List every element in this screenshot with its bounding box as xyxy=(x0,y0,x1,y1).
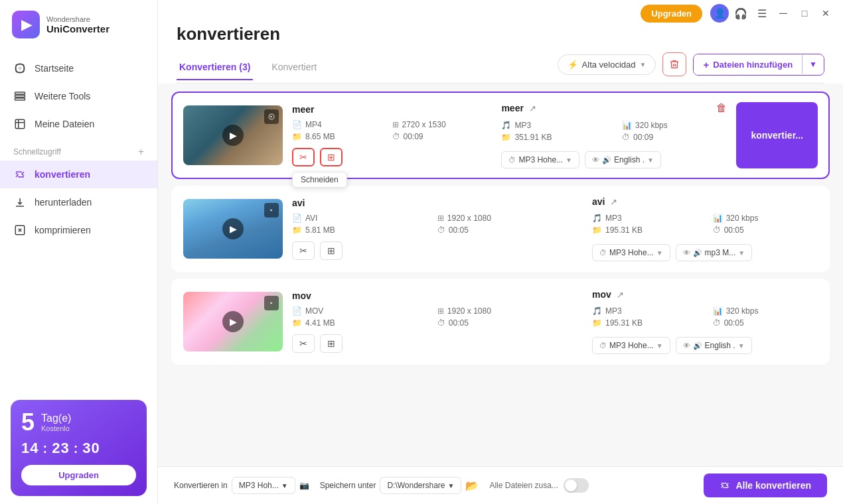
add-files-button-group: + Dateien hinzufügen ▼ xyxy=(693,54,824,76)
edit-icon-avi[interactable]: ↗ xyxy=(610,197,617,207)
all-convert-button[interactable]: Alle konvertieren xyxy=(704,473,827,497)
quality-dropdown-meer[interactable]: ⏱ MP3 Hohe... ▼ xyxy=(501,151,579,168)
sidebar-item-weitere-tools[interactable]: Weitere Tools xyxy=(0,82,157,110)
add-quick-access-button[interactable]: + xyxy=(138,146,144,158)
crop-button-avi[interactable]: ⊞ xyxy=(320,241,343,260)
out-size-mov: 195.31 KB xyxy=(605,318,643,328)
crop-button-meer[interactable]: ⊞ xyxy=(320,148,343,166)
out-duration-avi: 00:05 xyxy=(724,225,744,235)
edit-icon-meer[interactable]: ↗ xyxy=(529,103,536,113)
logo-brand: Wondershare xyxy=(46,15,110,23)
play-icon-mov[interactable]: ▶ xyxy=(222,311,244,332)
cut-button-mov[interactable]: ✂ xyxy=(292,334,315,353)
tools-icon xyxy=(13,90,27,103)
tab-konvertiert[interactable]: Konvertiert xyxy=(269,55,319,80)
sidebar-label-meine-dateien: Meine Dateien xyxy=(35,119,94,129)
folder-icon-meer: 📁 xyxy=(292,132,302,141)
play-icon-meer[interactable]: ▶ xyxy=(222,125,244,146)
format-avi: AVI xyxy=(305,214,317,223)
quality-chevron-icon-mov: ▼ xyxy=(656,342,663,349)
speed-button[interactable]: ⚡ Alta velocidad ▼ xyxy=(558,54,656,75)
upgrade-header-button[interactable]: Upgraden xyxy=(641,5,702,23)
quality-dropdown-avi[interactable]: ⏱ MP3 Hohe... ▼ xyxy=(592,244,670,261)
badge-meer xyxy=(264,109,279,124)
quality-chevron-icon: ▼ xyxy=(566,157,572,164)
svg-rect-5 xyxy=(15,119,25,129)
resolution-icon-mov: ⊞ xyxy=(437,306,444,316)
menu-icon[interactable]: ☰ xyxy=(753,4,771,23)
crop-button-mov[interactable]: ⊞ xyxy=(320,334,343,353)
save-in-item: Speichern unter D:\Wondershare ▼ 📂 xyxy=(320,477,479,494)
sidebar-item-herunterladen[interactable]: herunterladen xyxy=(0,188,157,216)
maximize-button[interactable]: □ xyxy=(795,4,814,23)
lang-dropdown-mov[interactable]: 👁 🔊 English . ▼ xyxy=(676,337,752,354)
out-bitrate-avi: 320 kbps xyxy=(726,214,759,223)
quality-label-meer: MP3 Hohe... xyxy=(518,155,563,164)
out-size-avi: 195.31 KB xyxy=(605,225,643,235)
add-files-main-button[interactable]: + Dateien hinzufügen xyxy=(694,54,802,75)
download-icon xyxy=(13,196,27,209)
play-icon-avi[interactable]: ▶ xyxy=(222,218,244,239)
bottom-bar: Konvertieren in MP3 Hoh... ▼ 📷 Speichern… xyxy=(158,466,843,504)
logo-icon: ▶ xyxy=(12,11,40,38)
cut-button-meer[interactable]: ✂ xyxy=(292,148,315,166)
output-meta-meer: 🎵 MP3 📊 320 kbps 📁 351.91 KB ⏱ 00:09 xyxy=(501,121,727,142)
cut-button-avi[interactable]: ✂ xyxy=(292,241,315,260)
file-actions-avi: ✂ ⊞ xyxy=(292,241,583,260)
format-select[interactable]: MP3 Hoh... ▼ xyxy=(232,477,295,494)
resolution-icon-avi: ⊞ xyxy=(437,214,444,223)
lang-dropdown-meer[interactable]: 👁 🔊 English . ▼ xyxy=(585,151,661,168)
support-icon[interactable]: 🎧 xyxy=(731,4,750,23)
file-name-mov: mov xyxy=(292,290,583,301)
main-area: konvertieren Konvertieren (3) Konvertier… xyxy=(158,0,843,504)
convert-button-meer[interactable]: konvertier... xyxy=(736,102,818,168)
out-format-mov: MP3 xyxy=(605,306,622,316)
file-list: ▶ meer 📄 MP4 ⊞ 2720 x 1530 xyxy=(158,84,843,466)
promo-upgrade-button[interactable]: Upgraden xyxy=(21,465,136,485)
folder-icon-mov: 📁 xyxy=(292,318,302,328)
user-icon[interactable]: 👤 xyxy=(710,4,729,23)
out-duration-mov: 00:05 xyxy=(724,318,744,328)
page-title: konvertieren xyxy=(177,24,824,44)
path-select[interactable]: D:\Wondershare ▼ xyxy=(380,477,461,494)
merge-toggle[interactable] xyxy=(564,478,589,493)
thumb-avi[interactable]: ▶ xyxy=(183,199,283,259)
sidebar-item-meine-dateien[interactable]: Meine Dateien xyxy=(0,110,157,138)
save-in-label: Speichern unter xyxy=(320,481,376,490)
resolution-mov: 1920 x 1080 xyxy=(447,306,491,316)
speed-label: Alta velocidad xyxy=(582,60,636,70)
edit-icon-mov[interactable]: ↗ xyxy=(617,290,624,300)
quality-dropdown-mov[interactable]: ⏱ MP3 Hohe... ▼ xyxy=(592,337,670,354)
file-actions-meer: ✂ ⊞ Schneiden xyxy=(292,148,492,166)
speed-chevron-icon: ▼ xyxy=(640,61,647,68)
file-card-mov: ▶ mov 📄 MOV ⊞ 1920 x 1080 xyxy=(171,279,830,365)
output-delete-icon-meer[interactable]: 🗑 xyxy=(716,102,727,114)
file-name-avi: avi xyxy=(292,198,583,208)
timer-minutes: 23 xyxy=(52,440,69,457)
minimize-button[interactable]: ─ xyxy=(774,4,793,23)
duration-avi: 00:05 xyxy=(449,225,469,235)
thumb-meer[interactable]: ▶ xyxy=(183,105,283,165)
timer-hours: 14 xyxy=(21,440,38,457)
format-select-chevron: ▼ xyxy=(281,482,288,489)
logo: ▶ Wondershare UniConverter xyxy=(0,0,157,49)
delete-button[interactable] xyxy=(662,52,686,76)
folder-open-icon[interactable]: 📂 xyxy=(465,479,479,492)
timer-seconds: 30 xyxy=(82,440,100,457)
promo-days-sub: Kostenlo xyxy=(41,424,71,432)
lang-chevron-icon: ▼ xyxy=(647,157,654,164)
svg-rect-4 xyxy=(15,98,25,100)
quality-label-mov: MP3 Hohe... xyxy=(609,341,654,350)
add-files-dropdown-button[interactable]: ▼ xyxy=(802,55,824,74)
convert-in-label: Konvertieren in xyxy=(174,481,228,490)
sidebar-item-startseite[interactable]: Startseite xyxy=(0,54,157,82)
sidebar-item-konvertieren[interactable]: konvertieren xyxy=(0,160,157,188)
output-controls-mov: ⏱ MP3 Hohe... ▼ 👁 🔊 English . ▼ xyxy=(592,337,818,354)
promo-days-number: 5 xyxy=(21,410,35,434)
tab-konvertieren[interactable]: Konvertieren (3) xyxy=(177,55,253,80)
thumb-mov[interactable]: ▶ xyxy=(183,292,283,351)
camera-icon[interactable]: 📷 xyxy=(299,481,309,490)
sidebar-item-komprimieren[interactable]: komprimieren xyxy=(0,216,157,244)
lang-dropdown-avi[interactable]: 👁 🔊 mp3 M... ▼ xyxy=(676,244,753,261)
close-button[interactable]: ✕ xyxy=(816,4,835,23)
